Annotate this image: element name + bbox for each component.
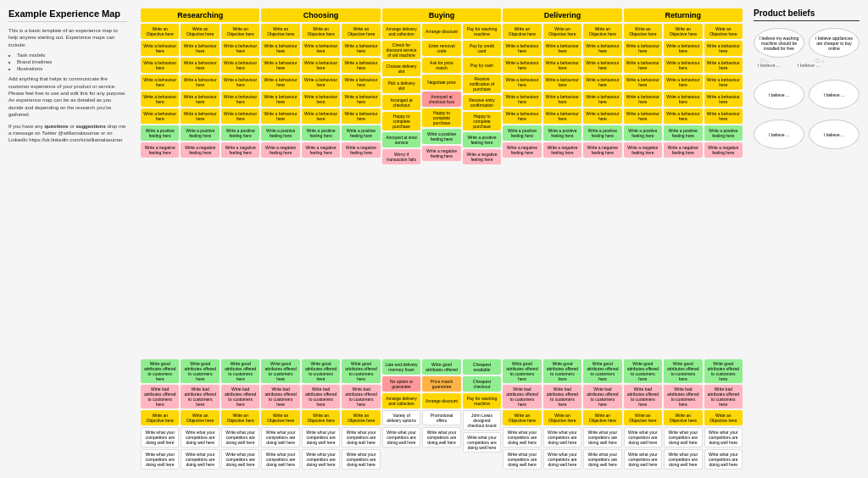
- bubble-text: I believe my washing machine should be i…: [758, 36, 800, 51]
- card: Write good attributes offered to custome…: [503, 359, 541, 383]
- card: Write an Objective here: [342, 24, 380, 39]
- card: Pay for washing machine: [463, 393, 501, 409]
- card: Write an Objective here: [543, 410, 581, 425]
- card: Write an Objective here: [261, 410, 299, 425]
- card: Write what your competitors are doing we…: [704, 427, 743, 447]
- sidebar-list-item: Brand timelines: [17, 59, 127, 64]
- card: Write an Objective here: [543, 24, 581, 39]
- card: Arrange discount: [422, 393, 460, 409]
- card: Write what your competitors are doing we…: [664, 449, 702, 470]
- card: Write a behaviour here: [141, 92, 179, 107]
- phase-returning: Returning Write an Objective here Write …: [624, 8, 743, 356]
- card: Write a behaviour here: [503, 41, 541, 56]
- phase-header-buying: Buying: [382, 8, 501, 22]
- card: Write a behaviour here: [261, 108, 299, 124]
- card: Late and delivery memory foam: [382, 359, 420, 375]
- card: Write bad attributes offered to customer…: [261, 385, 299, 409]
- sidebar-title: Example Experience Map: [8, 8, 127, 22]
- card: Write a behaviour here: [664, 41, 702, 56]
- card: Write bad attributes offered to customer…: [664, 385, 702, 409]
- card: Write what your competitors are doing we…: [422, 427, 460, 447]
- card: Write a positive feeling here: [261, 125, 299, 141]
- card: Write a negative feeling here: [543, 142, 581, 158]
- card: Write bad attributes offered to customer…: [342, 385, 380, 409]
- card: Write what your competitors are doing we…: [342, 449, 380, 470]
- card: Cheapest checkout: [463, 376, 501, 392]
- card: Write a behaviour here: [141, 108, 179, 124]
- researching-col-3: Write an Objective here Write a behaviou…: [221, 24, 259, 158]
- choosing-col-1: Write an Objective here Write a behaviou…: [261, 24, 299, 158]
- card: Write an Objective here: [624, 410, 662, 425]
- card: Happy to complete purchase: [463, 112, 501, 131]
- card: Write good attributes offered to custome…: [704, 359, 743, 383]
- card: Write good attributes offered to custome…: [624, 359, 662, 383]
- card: Write a positive feeling here: [624, 125, 662, 141]
- card: Write a behaviour here: [624, 58, 662, 73]
- card: Cheapest available: [463, 359, 501, 375]
- card: Annoyed at checkout fuss: [422, 92, 460, 107]
- card: Write what your competitors are doing we…: [463, 432, 501, 453]
- bubble-text: I believe ...: [769, 92, 789, 97]
- card: Write a behaviour here: [221, 41, 259, 56]
- card: Write good attributes offered to custome…: [543, 359, 581, 383]
- card: Choose delivery slot: [382, 61, 420, 76]
- card: Write what your competitors are doing we…: [503, 427, 541, 447]
- card: Write good attributes offered to custome…: [342, 359, 380, 383]
- card: Write a behaviour here: [664, 92, 702, 107]
- card: Write good attributes offered to custome…: [181, 359, 219, 383]
- card: Write a behaviour here: [221, 108, 259, 124]
- card: Receive notification of purchase: [463, 75, 501, 93]
- card: Arrange discount: [422, 24, 460, 39]
- card: Write what your competitors are doing we…: [583, 449, 621, 470]
- card: Write a behaviour here: [342, 58, 380, 73]
- card: Write good attributes offered to custome…: [664, 359, 702, 383]
- sidebar-list-item: Illustrations: [17, 66, 127, 71]
- card: Pick a delivery slot: [382, 78, 420, 93]
- bubble-text: I believe appliances are cheaper to buy …: [813, 36, 855, 51]
- card: Write a behaviour here: [624, 108, 662, 124]
- card: Write a behaviour here: [543, 75, 581, 90]
- card: Write a behaviour here: [624, 92, 662, 107]
- delivering-col-2: Write an Objective here Write a behaviou…: [543, 24, 581, 158]
- card: Arranged at checkout: [382, 95, 420, 110]
- card: Write what your competitors are doing we…: [302, 449, 340, 470]
- card: Write a positive feeling here: [141, 125, 179, 141]
- sidebar-description: This is a basic template of an experienc…: [8, 27, 127, 48]
- card: Write a behaviour here: [141, 58, 179, 73]
- card: Write bad attributes offered to customer…: [302, 385, 340, 409]
- card: Annoyed at slow service: [382, 132, 420, 147]
- phase-header-researching: Researching: [141, 8, 259, 22]
- card: Write an Objective here: [583, 24, 621, 39]
- card: Write a negative feeling here: [624, 142, 662, 158]
- thought-bubble-1: I believe my washing machine should be i…: [754, 28, 804, 58]
- card: Write a behaviour here: [261, 41, 299, 56]
- card: Write a negative feeling here: [221, 142, 259, 158]
- card: Write an Objective here: [704, 410, 743, 425]
- card: Write an Objective here: [261, 24, 299, 39]
- researching-col-1: Write an Objective here Write a behaviou…: [141, 24, 179, 158]
- card: Write an Objective here: [181, 24, 219, 39]
- card: Write an Objective here: [141, 24, 179, 39]
- card: Write a behaviour here: [181, 92, 219, 107]
- card: Write a behaviour here: [503, 75, 541, 90]
- card: Write an Objective here: [704, 24, 743, 39]
- card: Write a behaviour here: [181, 75, 219, 90]
- card: Write a behaviour here: [664, 108, 702, 124]
- card: Write a behaviour here: [261, 92, 299, 107]
- card: Write a negative feeling here: [704, 142, 743, 158]
- card: Write a behaviour here: [624, 75, 662, 90]
- content-area: Researching Write an Objective here Writ…: [141, 8, 743, 470]
- card: Write a behaviour here: [503, 92, 541, 107]
- card: Write a positive feeling here: [583, 125, 621, 141]
- card: Write bad attributes offered to customer…: [624, 385, 662, 409]
- card: Write a negative feeling here: [664, 142, 702, 158]
- card: Write an Objective here: [624, 24, 662, 39]
- card: Write a behaviour here: [181, 41, 219, 56]
- card: Write an Objective here: [583, 410, 621, 425]
- card: Pay by cash: [463, 58, 501, 73]
- card: Write a behaviour here: [664, 75, 702, 90]
- card: Write an Objective here: [664, 410, 702, 425]
- card: Write what your competitors are doing we…: [302, 427, 340, 447]
- card: Write what your competitors are doing we…: [141, 427, 179, 447]
- phase-header-returning: Returning: [624, 8, 743, 22]
